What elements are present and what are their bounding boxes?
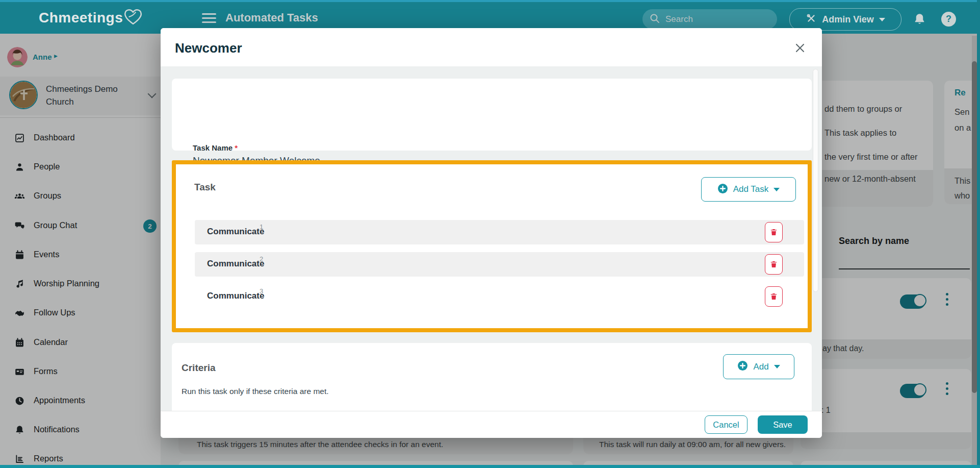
task-name-label: Task Name * xyxy=(193,143,238,152)
search-icon xyxy=(650,13,660,26)
modal-footer: Cancel Save xyxy=(161,411,822,438)
task-row-number: 2 xyxy=(260,255,263,263)
global-search[interactable] xyxy=(642,9,777,29)
modal-scrollbar-thumb[interactable] xyxy=(813,69,818,292)
chevron-down-icon xyxy=(774,365,780,368)
notifications-bell-icon[interactable] xyxy=(913,12,926,28)
plus-circle-icon xyxy=(737,360,748,373)
tools-icon xyxy=(806,13,817,26)
close-icon[interactable] xyxy=(794,42,806,54)
task-row[interactable]: Communicate 2 xyxy=(195,252,804,277)
task-section-highlighted: Task Add Task Communicate 1 Communicate … xyxy=(172,160,812,332)
task-section-heading: Task xyxy=(194,182,216,193)
task-name-card: Task Name * xyxy=(172,79,812,151)
task-row-number: 3 xyxy=(260,287,263,295)
admin-view-button[interactable]: Admin View xyxy=(789,8,901,31)
logo-heart-icon xyxy=(123,8,143,28)
menu-hamburger-icon[interactable] xyxy=(202,12,216,24)
plus-circle-icon xyxy=(717,183,728,196)
delete-task-button[interactable] xyxy=(765,286,783,307)
cancel-button[interactable]: Cancel xyxy=(705,415,747,434)
right-edge-strip xyxy=(977,0,980,468)
criteria-card: Criteria Add Run this task only if these… xyxy=(172,343,812,411)
chevron-down-icon xyxy=(773,188,780,191)
page-title: Automated Tasks xyxy=(225,11,318,24)
task-row[interactable]: Communicate 1 xyxy=(195,220,804,244)
search-input[interactable] xyxy=(664,14,763,25)
save-button[interactable]: Save xyxy=(758,415,808,434)
modal-title: Newcomer xyxy=(175,40,242,56)
newcomer-task-modal: Newcomer Task Name * Task Add Task Commu… xyxy=(161,28,822,438)
bottom-edge-strip xyxy=(0,465,980,468)
required-marker: * xyxy=(235,143,238,152)
app-logo: Chmeetings xyxy=(39,10,123,26)
chevron-down-icon xyxy=(879,18,885,21)
help-icon[interactable]: ? xyxy=(941,12,956,27)
admin-view-label: Admin View xyxy=(822,14,874,25)
delete-task-button[interactable] xyxy=(765,254,783,275)
task-row-number: 1 xyxy=(260,223,263,231)
task-row[interactable]: Communicate 3 xyxy=(195,284,804,309)
modal-header: Newcomer xyxy=(161,28,822,66)
app-window: Chmeetings Automated Tasks Admin View ? … xyxy=(0,0,980,468)
add-criteria-button[interactable]: Add xyxy=(723,354,794,379)
add-task-button[interactable]: Add Task xyxy=(701,177,796,202)
criteria-heading: Criteria xyxy=(182,362,216,374)
criteria-description: Run this task only if these criteria are… xyxy=(182,387,329,396)
delete-task-button[interactable] xyxy=(765,222,783,242)
